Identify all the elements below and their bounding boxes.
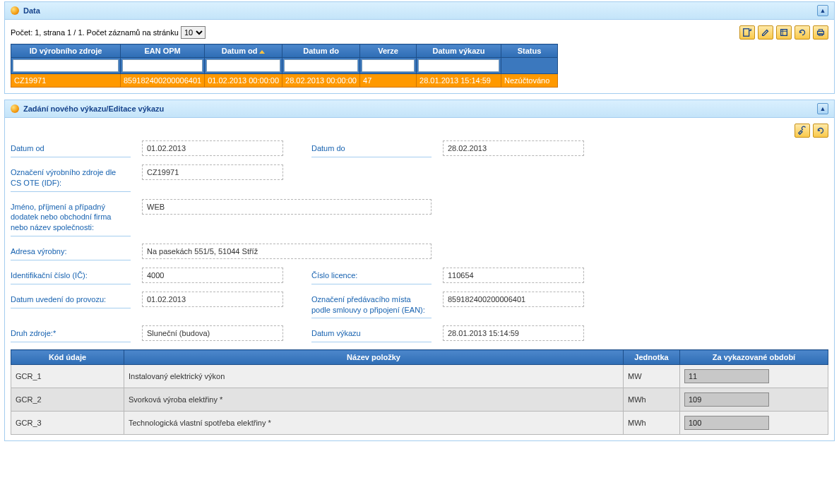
paging-label: Počet: 1, strana 1 / 1. Počet záznamů na… xyxy=(11,28,179,37)
bullet-icon xyxy=(11,104,19,113)
label-type: Druh zdroje:* xyxy=(11,325,131,342)
input-name[interactable] xyxy=(142,199,432,215)
label-date-to: Datum do xyxy=(311,140,432,157)
refresh-button[interactable] xyxy=(795,25,810,40)
collapse-button[interactable]: ▲ xyxy=(817,5,828,16)
data-grid: ID výrobního zdroje EAN OPM Datum od Dat… xyxy=(11,44,558,88)
dh-period[interactable]: Za vykazované období xyxy=(680,350,828,365)
detail-value-cell xyxy=(680,412,828,435)
col-status[interactable]: Status xyxy=(501,44,558,58)
data-panel-header: Data ▲ xyxy=(5,2,834,20)
detail-table: Kód údaje Název položky Jednotka Za vyka… xyxy=(11,349,828,435)
grid-data-row[interactable]: CZ19971 859182400200006401 01.02.2013 00… xyxy=(11,74,558,88)
col-ver[interactable]: Verze xyxy=(360,44,417,58)
grid-filter-row xyxy=(11,58,558,74)
cell-to: 28.02.2013 00:00:00 xyxy=(282,74,360,88)
input-type[interactable] xyxy=(142,325,283,341)
detail-row: GCR_3Technologická vlastní spotřeba elek… xyxy=(11,412,828,435)
print-button[interactable] xyxy=(813,25,828,40)
export-button[interactable] xyxy=(776,25,792,40)
detail-header-row: Kód údaje Název položky Jednotka Za vyka… xyxy=(11,350,828,365)
new-button[interactable] xyxy=(739,25,755,40)
detail-unit: MWh xyxy=(624,388,680,412)
input-address[interactable] xyxy=(142,244,432,259)
col-rep[interactable]: Datum výkazu xyxy=(417,44,501,58)
detail-name: Svorková výroba elektřiny * xyxy=(124,388,624,412)
detail-code: GCR_1 xyxy=(11,365,124,388)
filter-from[interactable] xyxy=(206,59,280,72)
cell-ean: 859182400200006401 xyxy=(121,74,205,88)
input-ic[interactable] xyxy=(142,268,283,283)
cell-from: 01.02.2013 00:00:00 xyxy=(205,74,282,88)
detail-code: GCR_2 xyxy=(11,388,124,412)
cell-ver: 47 xyxy=(360,74,417,88)
input-date-to[interactable] xyxy=(443,140,584,156)
edit-button[interactable] xyxy=(758,25,773,40)
svg-rect-0 xyxy=(744,29,749,37)
form-panel-body: Datum od Datum do Označení výrobního zdr… xyxy=(5,118,834,440)
form-toolbar xyxy=(11,124,828,138)
cell-status: Nezúčtováno xyxy=(501,74,558,88)
detail-name: Instalovaný elektrický výkon xyxy=(124,365,624,388)
col-from-label: Datum od xyxy=(222,47,258,55)
label-ic: Identifikační číslo (IČ): xyxy=(11,268,131,284)
input-date-from[interactable] xyxy=(142,140,283,156)
label-idf: Označení výrobního zdroje dle CS OTE (ID… xyxy=(11,164,131,192)
label-name: Jméno, příjmení a případný dodatek nebo … xyxy=(11,199,131,237)
sort-asc-icon xyxy=(259,50,265,54)
toolbar-icons xyxy=(739,25,828,40)
col-id[interactable]: ID výrobního zdroje xyxy=(11,44,121,58)
form-grid: Datum od Datum do Označení výrobního zdr… xyxy=(11,140,828,342)
filter-ver[interactable] xyxy=(362,59,415,72)
tool-refresh-button[interactable] xyxy=(813,124,828,138)
page-size-select[interactable]: 10 xyxy=(181,26,206,39)
col-ean[interactable]: EAN OPM xyxy=(121,44,205,58)
detail-value-input[interactable] xyxy=(684,416,769,430)
dh-code[interactable]: Kód údaje xyxy=(11,350,124,365)
col-to[interactable]: Datum do xyxy=(282,44,360,58)
dh-unit[interactable]: Jednotka xyxy=(624,350,680,365)
detail-value-input[interactable] xyxy=(684,369,769,383)
svg-rect-3 xyxy=(819,30,822,32)
toolbar-row: Počet: 1, strana 1 / 1. Počet záznamů na… xyxy=(11,25,828,40)
detail-name: Technologická vlastní spotřeba elektřiny… xyxy=(124,412,624,435)
detail-code: GCR_3 xyxy=(11,412,124,435)
detail-value-cell xyxy=(680,365,828,388)
filter-to[interactable] xyxy=(284,59,358,72)
paging-info: Počet: 1, strana 1 / 1. Počet záznamů na… xyxy=(11,26,206,39)
label-licence: Číslo licence: xyxy=(311,268,432,284)
input-licence[interactable] xyxy=(443,268,584,283)
detail-value-cell xyxy=(680,388,828,412)
filter-ean[interactable] xyxy=(122,59,203,72)
svg-rect-1 xyxy=(781,30,787,36)
input-idf[interactable] xyxy=(142,164,283,180)
collapse-button[interactable]: ▲ xyxy=(817,103,828,114)
input-report-date[interactable] xyxy=(443,325,584,341)
data-panel: Data ▲ Počet: 1, strana 1 / 1. Počet záz… xyxy=(4,1,835,94)
detail-unit: MW xyxy=(624,365,680,388)
grid-header-row: ID výrobního zdroje EAN OPM Datum od Dat… xyxy=(11,44,558,58)
form-panel-title: Zadání nového výkazu/Editace výkazu xyxy=(23,104,164,113)
label-commission: Datum uvedení do provozu: xyxy=(11,292,131,308)
detail-row: GCR_2Svorková výroba elektřiny *MWh xyxy=(11,388,828,412)
filter-rep[interactable] xyxy=(418,59,499,72)
label-date-from: Datum od xyxy=(11,140,131,157)
label-report-date: Datum výkazu xyxy=(311,325,432,342)
data-panel-title: Data xyxy=(23,6,40,15)
cell-rep: 28.01.2013 15:14:59 xyxy=(417,74,501,88)
dh-name[interactable]: Název položky xyxy=(124,350,624,365)
col-from[interactable]: Datum od xyxy=(205,44,282,58)
cell-id: CZ19971 xyxy=(11,74,121,88)
detail-value-input[interactable] xyxy=(684,392,769,407)
filter-id[interactable] xyxy=(13,59,119,72)
form-panel: Zadání nového výkazu/Editace výkazu ▲ Da… xyxy=(4,100,835,441)
detail-row: GCR_1Instalovaný elektrický výkonMW xyxy=(11,365,828,388)
bullet-icon xyxy=(11,6,19,15)
input-ean[interactable] xyxy=(443,292,584,307)
data-panel-body: Počet: 1, strana 1 / 1. Počet záznamů na… xyxy=(5,20,834,93)
label-address: Adresa výrobny: xyxy=(11,244,131,260)
form-panel-header: Zadání nového výkazu/Editace výkazu ▲ xyxy=(5,100,834,118)
tool-settings-button[interactable] xyxy=(795,124,810,138)
input-commission[interactable] xyxy=(142,292,283,307)
detail-unit: MWh xyxy=(624,412,680,435)
